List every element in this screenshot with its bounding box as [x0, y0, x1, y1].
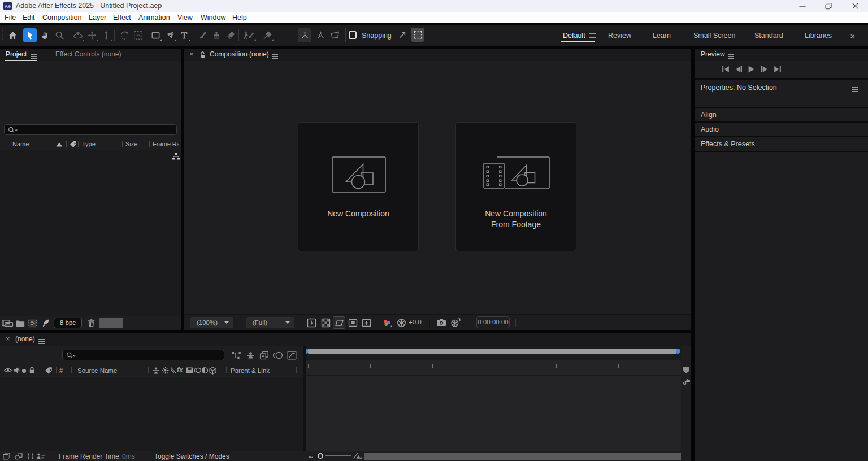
exposure-value[interactable]: +0.0	[409, 319, 422, 325]
snap-range-button[interactable]	[411, 28, 424, 42]
motion-blur-button[interactable]	[272, 350, 283, 360]
composition-panel-menu-icon[interactable]	[272, 53, 278, 60]
zoom-tool[interactable]	[53, 28, 66, 42]
tab-composition[interactable]: Composition (none)	[210, 50, 269, 58]
workspace-tab-standard[interactable]: Standard	[754, 25, 783, 46]
pen-tool[interactable]	[163, 28, 177, 42]
project-settings-rocket-button[interactable]	[41, 318, 51, 328]
tab-timeline-none[interactable]: (none)	[15, 335, 35, 343]
label-column-tag-icon[interactable]	[69, 141, 77, 148]
switch-shy-icon[interactable]	[152, 366, 160, 375]
frame-blending-button[interactable]	[259, 350, 270, 360]
close-button[interactable]	[847, 0, 863, 12]
take-snapshot-button[interactable]	[436, 317, 447, 328]
snapping-label[interactable]: Snapping	[362, 25, 392, 46]
menu-layer[interactable]: Layer	[89, 12, 106, 23]
type-tool[interactable]	[177, 28, 191, 42]
zoom-out-frames-icon[interactable]	[307, 454, 314, 459]
comp-mini-flowchart-button[interactable]	[231, 350, 242, 360]
timeline-tab-close-icon[interactable]: ×	[6, 334, 10, 343]
local-axis-mode-button[interactable]	[298, 28, 311, 42]
video-column-eye-icon[interactable]	[3, 367, 12, 374]
project-bottom-scrollbar-thumb[interactable]	[99, 318, 123, 328]
selection-tool[interactable]	[23, 28, 37, 42]
project-search-input[interactable]	[4, 124, 177, 135]
menu-window[interactable]: Window	[201, 12, 225, 23]
pan-camera-tool[interactable]	[85, 28, 99, 42]
workspace-tab-libraries[interactable]: Libraries	[805, 25, 832, 46]
menu-animation[interactable]: Animation	[138, 12, 170, 23]
toggle-switches-modes-button[interactable]: Toggle Switches / Modes	[154, 453, 229, 460]
audio-column-speaker-icon[interactable]	[13, 366, 20, 374]
properties-panel-menu-icon[interactable]	[852, 86, 858, 93]
menu-file[interactable]: File	[5, 12, 16, 23]
timeline-horizontal-scrollbar[interactable]	[364, 453, 681, 460]
new-composition-from-footage-card[interactable]: New Composition From Footage	[455, 122, 576, 251]
delete-item-button[interactable]	[86, 318, 96, 328]
hand-tool[interactable]	[38, 28, 52, 42]
graph-editor-button[interactable]	[287, 350, 297, 360]
zoom-in-frames-icon[interactable]	[352, 452, 363, 459]
last-frame-button[interactable]	[772, 64, 782, 73]
timeline-column-splitter[interactable]	[303, 346, 306, 451]
clone-stamp-tool[interactable]	[210, 28, 223, 42]
lock-icon[interactable]	[199, 51, 206, 59]
camera-region-tool[interactable]	[131, 28, 145, 42]
workspace-tab-review[interactable]: Review	[608, 25, 631, 46]
solo-column-icon[interactable]	[21, 368, 27, 373]
column-name[interactable]: Name	[12, 140, 29, 149]
workspace-tab-learn[interactable]: Learn	[653, 25, 671, 46]
mask-visibility-button[interactable]	[347, 317, 358, 328]
comp-marker-bin[interactable]	[682, 366, 690, 374]
time-navigator-bar[interactable]	[308, 349, 676, 354]
exposure-reset-button[interactable]	[396, 317, 407, 328]
new-folder-button[interactable]	[15, 319, 25, 328]
toggle-layer-switches-pane-button[interactable]	[2, 453, 11, 460]
workspace-tab-small-screen[interactable]: Small Screen	[693, 25, 735, 46]
composition-tab-close-icon[interactable]: ×	[189, 50, 194, 58]
next-frame-button[interactable]	[760, 64, 769, 73]
resolution-dropdown[interactable]: (Full)	[246, 317, 294, 328]
menu-view[interactable]: View	[177, 12, 193, 23]
audio-panel-header[interactable]: Audio	[695, 123, 868, 136]
rectangle-tool[interactable]	[149, 28, 162, 42]
column-frame-rate[interactable]: Frame Ra..	[153, 140, 179, 149]
hide-shy-layers-button[interactable]	[245, 350, 256, 360]
timeline-search-input[interactable]	[62, 350, 224, 360]
switch-adjustment-icon[interactable]	[201, 366, 209, 375]
new-composition-card[interactable]: New Composition	[298, 122, 419, 251]
toggle-transfer-controls-pane-button[interactable]	[14, 453, 23, 460]
tab-preview[interactable]: Preview	[701, 50, 725, 58]
sort-ascending-icon[interactable]	[56, 142, 63, 147]
switch-frame-blend-icon[interactable]	[185, 366, 193, 375]
project-flowchart-icon[interactable]	[171, 152, 180, 160]
toolbar-drag-handle[interactable]	[1, 29, 4, 41]
show-channel-button[interactable]	[381, 317, 393, 328]
puppet-pin-tool[interactable]	[261, 28, 274, 42]
comp-flowchart-button[interactable]	[682, 377, 691, 386]
tab-project[interactable]: Project	[6, 50, 27, 58]
column-source-name[interactable]: Source Name	[77, 366, 117, 376]
preview-panel-menu-icon[interactable]	[728, 53, 734, 60]
rotation-tool[interactable]	[118, 28, 131, 42]
world-axis-mode-button[interactable]	[314, 28, 327, 42]
time-ruler[interactable]	[306, 360, 681, 375]
current-time-display[interactable]: 0:00:00:00	[476, 316, 510, 328]
column-parent-link[interactable]: Parent & Link	[231, 366, 270, 376]
switch-motion-blur-icon[interactable]	[193, 366, 201, 375]
brush-tool[interactable]	[196, 28, 209, 42]
bit-depth-button[interactable]: 8 bpc	[54, 318, 82, 328]
time-navigator-end-handle[interactable]	[676, 349, 680, 354]
column-type[interactable]: Type	[82, 140, 96, 149]
home-button[interactable]	[6, 28, 19, 42]
switch-fx-icon[interactable]: fx	[177, 366, 183, 374]
interpret-footage-button[interactable]	[1, 319, 14, 328]
menu-edit[interactable]: Edit	[23, 12, 35, 23]
menu-help[interactable]: Help	[232, 12, 247, 23]
view-axis-mode-button[interactable]	[328, 28, 342, 42]
column-size[interactable]: Size	[125, 140, 137, 149]
timeline-zoom-slider-track[interactable]	[326, 455, 351, 456]
switch-collapse-icon[interactable]	[161, 366, 169, 375]
workspace-menu-icon[interactable]	[589, 32, 596, 40]
lock-column-icon[interactable]	[28, 366, 35, 374]
